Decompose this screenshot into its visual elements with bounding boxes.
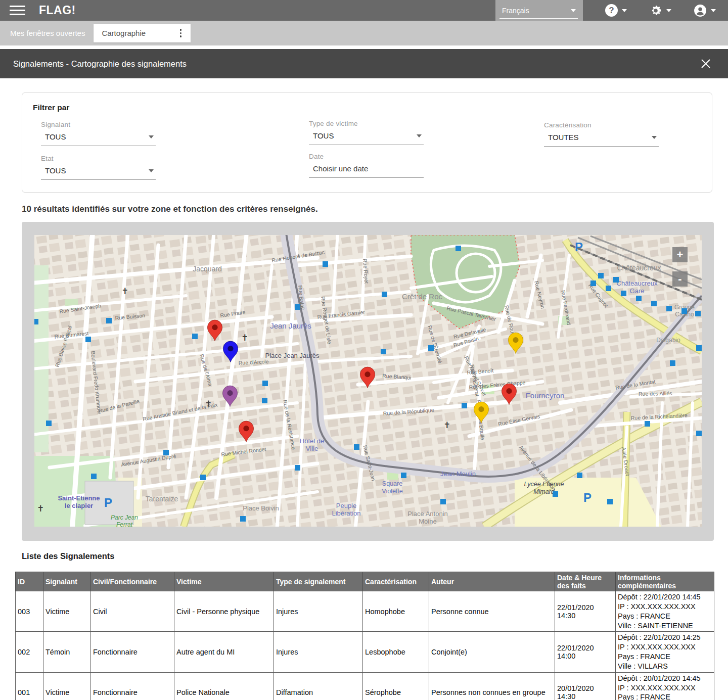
tab-menu-kebab-icon[interactable] [178, 27, 184, 39]
zone-vertex[interactable] [382, 292, 387, 297]
zone-vertex[interactable] [590, 281, 596, 286]
zone-vertex[interactable] [106, 318, 112, 323]
zone-vertex[interactable] [440, 499, 446, 504]
zone-vertex[interactable] [696, 431, 702, 436]
map-zoom-in-button[interactable]: + [672, 247, 688, 262]
zone-vertex[interactable] [621, 291, 626, 296]
zone-vertex[interactable] [462, 403, 467, 408]
gear-icon[interactable] [649, 4, 662, 17]
filter-caracterisation-select[interactable]: TOUTES [544, 132, 659, 147]
map-zoom-out-button[interactable]: - [672, 271, 688, 287]
column-header: ID [16, 572, 43, 591]
filter-signalant-select[interactable]: TOUS [41, 131, 156, 146]
zone-vertex[interactable] [401, 473, 406, 478]
zone-vertex[interactable] [670, 360, 675, 366]
place-label: Jean Moulin [440, 470, 476, 478]
zone-vertex[interactable] [613, 277, 619, 283]
user-account-icon[interactable] [694, 4, 707, 17]
cell-civil: Fonctionnaire [91, 672, 174, 700]
table-row[interactable]: 002TémoinFonctionnaireAutre agent du MII… [16, 632, 714, 672]
cell-signalant: Témoin [43, 632, 91, 672]
language-value: Français [502, 7, 529, 15]
cell-id: 003 [16, 591, 43, 632]
cell-caracterisation: Sérophobe [363, 672, 429, 700]
cell-civil: Fonctionnaire [91, 632, 174, 672]
map-canvas[interactable]: ✝✝✝✝✝ Rue Saint-JosephBoulevard Fredo Kr… [34, 235, 702, 527]
zone-vertex[interactable] [696, 345, 702, 351]
table-row[interactable]: 001VictimeFonctionnairePolice NationaleD… [16, 672, 714, 700]
place-label: Dalgabio [656, 337, 680, 344]
chevron-down-icon[interactable] [666, 9, 671, 12]
table-row[interactable]: 003VictimeCivilCivil - Personne physique… [16, 591, 714, 632]
street-label: Rue des Alliés [639, 390, 672, 397]
cell-victime: Police Nationale [174, 672, 274, 700]
close-icon[interactable] [700, 58, 712, 70]
help-icon[interactable]: ? [605, 4, 618, 17]
zone-vertex[interactable] [354, 444, 359, 450]
cell-infos: Dépôt : 22/01/2020 14:45IP : XXX.XXX.XXX… [616, 591, 714, 632]
filter-type-victime-select[interactable]: TOUS [309, 130, 424, 145]
parking-icon: P [575, 240, 583, 254]
zone-vertex[interactable] [323, 261, 328, 267]
zone-vertex[interactable] [295, 465, 300, 471]
zone-vertex[interactable] [577, 473, 582, 478]
zone-vertex[interactable] [295, 304, 300, 310]
filter-date-label: Date [309, 153, 424, 160]
cell-infos: Dépôt : 22/01/2020 14:25IP : XXX.XXX.XXX… [616, 632, 714, 672]
zone-vertex[interactable] [163, 450, 169, 455]
cell-victime: Autre agent du MI [174, 632, 274, 672]
cell-signalant: Victime [43, 672, 91, 700]
zone-vertex[interactable] [91, 474, 97, 479]
chevron-down-icon [571, 9, 576, 12]
zone-vertex[interactable] [381, 349, 386, 354]
chevron-down-icon [149, 135, 154, 138]
filter-etat-select[interactable]: TOUS [41, 165, 156, 180]
results-count-text: 10 résultats identifiés sur votre zone e… [22, 204, 706, 214]
filter-date-input[interactable]: Choisir une date [309, 163, 424, 178]
place-label: Châteaucreux [617, 264, 661, 272]
chevron-down-icon [149, 169, 154, 172]
zone-vertex[interactable] [85, 337, 91, 342]
cell-infos: Dépôt : 20/01/2020 14:45IP : XXX.XXX.XXX… [616, 672, 714, 700]
zone-vertex[interactable] [240, 516, 246, 522]
chevron-down-icon[interactable] [622, 9, 627, 12]
app-title: FLAG! [39, 4, 76, 17]
zone-vertex[interactable] [645, 421, 650, 427]
cell-date: 22/01/2020 14:30 [555, 591, 616, 632]
cell-civil: Civil [91, 591, 174, 632]
cell-auteur: Conjoint(e) [429, 632, 555, 672]
top-app-bar: FLAG! Français ? [0, 0, 728, 21]
zone-vertex[interactable] [607, 499, 613, 504]
zone-vertex[interactable] [262, 381, 268, 386]
zone-vertex[interactable] [606, 286, 611, 291]
zone-vertex[interactable] [46, 421, 52, 426]
column-header: Caractérisation [363, 572, 429, 591]
language-select[interactable]: Français [495, 0, 583, 21]
zone-vertex[interactable] [681, 308, 687, 314]
cell-caracterisation: Homophobe [363, 591, 429, 632]
zone-vertex[interactable] [456, 246, 461, 251]
zone-vertex[interactable] [666, 306, 672, 311]
tab-cartographie[interactable]: Cartographie [94, 24, 191, 42]
filter-panel: Filtrer par Signalant TOUS Type de victi… [22, 92, 712, 193]
column-header: Civil/Fonctionnaire [91, 572, 174, 591]
zone-vertex[interactable] [200, 475, 206, 480]
zone-vertex[interactable] [636, 296, 642, 301]
filter-caracterisation: Caractérisation TOUTES [544, 121, 659, 147]
zone-vertex[interactable] [598, 273, 604, 278]
zone-vertex[interactable] [553, 491, 558, 497]
chevron-down-icon[interactable] [711, 9, 716, 12]
zone-vertex[interactable] [695, 311, 701, 316]
zone-vertex[interactable] [192, 334, 198, 339]
cell-id: 001 [16, 672, 43, 700]
hamburger-menu-icon[interactable] [10, 3, 25, 18]
filter-panel-title: Filtrer par [33, 103, 69, 112]
zone-vertex[interactable] [34, 319, 38, 324]
filter-signalant-label: Signalant [41, 121, 156, 128]
cell-auteur: Personne connue [429, 591, 555, 632]
zone-vertex[interactable] [651, 301, 657, 306]
zone-vertex[interactable] [262, 398, 267, 403]
column-header: Auteur [429, 572, 555, 591]
cell-type: Injures [274, 632, 363, 672]
zone-vertex[interactable] [428, 345, 434, 351]
